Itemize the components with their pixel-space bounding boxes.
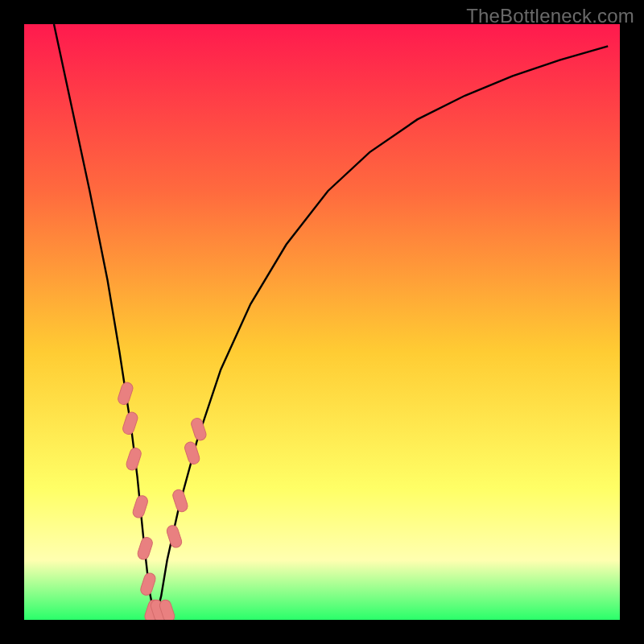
plot-area (24, 24, 620, 620)
watermark-text: TheBottleneck.com (466, 5, 634, 27)
chart-canvas (24, 24, 620, 620)
gradient-background (24, 24, 620, 620)
outer-frame: TheBottleneck.com (0, 0, 644, 644)
